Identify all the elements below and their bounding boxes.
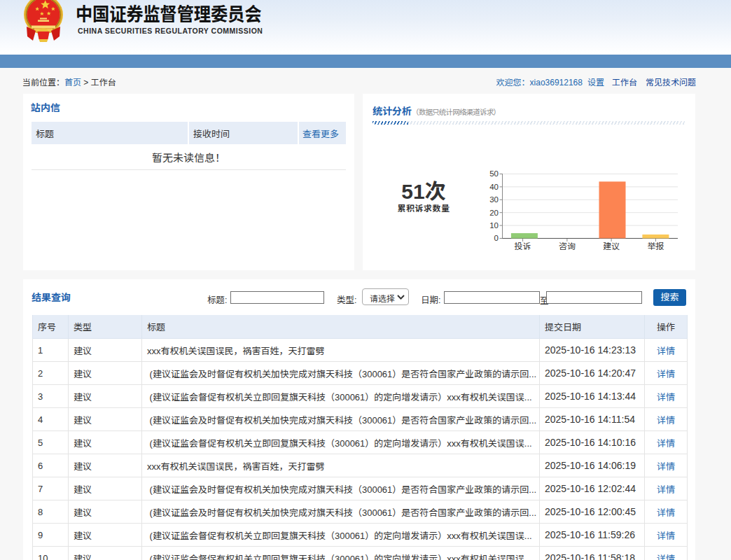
svg-text:0: 0 <box>494 234 499 242</box>
svg-text:20: 20 <box>489 209 499 217</box>
svg-text:50: 50 <box>489 169 499 178</box>
svg-text:投诉: 投诉 <box>515 241 531 251</box>
svg-text:建议: 建议 <box>603 241 620 251</box>
svg-text:30: 30 <box>489 195 499 204</box>
svg-text:咨询: 咨询 <box>559 241 576 251</box>
svg-text:40: 40 <box>489 183 499 191</box>
svg-text:举报: 举报 <box>647 241 664 251</box>
svg-text:10: 10 <box>489 221 499 230</box>
